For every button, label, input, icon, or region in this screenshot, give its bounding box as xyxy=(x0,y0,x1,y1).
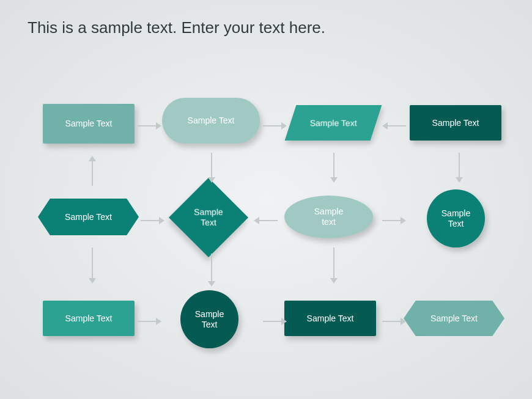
arrow-d xyxy=(456,153,463,183)
node-r3c3[interactable]: Sample Text xyxy=(284,301,376,336)
node-label: SampleText xyxy=(195,309,224,330)
node-label: Sample Text xyxy=(65,212,112,222)
arrow-r xyxy=(138,318,161,325)
node-label: SampleText xyxy=(194,207,223,228)
node-r3c2[interactable]: SampleText xyxy=(180,290,238,348)
node-r1c4[interactable]: Sample Text xyxy=(410,105,501,141)
node-r2c2[interactable]: SampleText xyxy=(169,178,248,257)
node-r3c4[interactable]: Sample Text xyxy=(404,301,504,336)
arrow-u xyxy=(89,156,96,186)
arrow-d xyxy=(330,247,338,284)
node-label: Sampletext xyxy=(314,207,343,227)
arrow-r xyxy=(263,122,287,130)
arrow-l xyxy=(382,122,406,130)
arrow-d xyxy=(330,153,338,183)
node-r2c1[interactable]: Sample Text xyxy=(38,199,139,235)
arrow-r xyxy=(141,217,164,224)
node-r3c1[interactable]: Sample Text xyxy=(43,301,135,336)
arrow-l xyxy=(254,217,278,224)
node-label: Sample Text xyxy=(430,313,478,324)
node-label: SampleText xyxy=(441,208,470,229)
node-r1c2[interactable]: Sample Text xyxy=(162,98,260,144)
arrow-d xyxy=(208,153,215,183)
node-label: Sample Text xyxy=(65,313,113,324)
arrow-r xyxy=(263,318,287,325)
arrow-d xyxy=(208,254,215,287)
slide-canvas: This is a sample text. Enter your text h… xyxy=(0,0,532,399)
arrow-r xyxy=(382,318,406,325)
node-r2c3[interactable]: Sampletext xyxy=(284,196,373,238)
arrow-r xyxy=(382,217,406,224)
node-label: Sample Text xyxy=(307,313,354,324)
node-label: Sample Text xyxy=(432,118,479,128)
arrow-r xyxy=(138,122,161,130)
node-label: Sample Text xyxy=(310,118,357,128)
node-label: Sample Text xyxy=(65,119,113,129)
node-r1c3[interactable]: Sample Text xyxy=(285,105,382,141)
arrow-d xyxy=(89,247,96,284)
node-r1c1[interactable]: Sample Text xyxy=(43,104,135,144)
slide-title[interactable]: This is a sample text. Enter your text h… xyxy=(28,18,325,37)
node-r2c4[interactable]: SampleText xyxy=(427,189,485,247)
node-label: Sample Text xyxy=(188,115,235,126)
